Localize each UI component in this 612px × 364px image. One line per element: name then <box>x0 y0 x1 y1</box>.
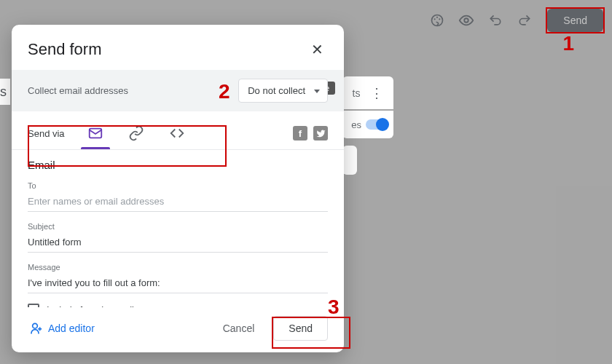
bg-left-fragment: s <box>0 79 10 105</box>
close-icon[interactable]: ✕ <box>307 38 328 61</box>
send-via-row: Send via f <box>12 111 344 150</box>
bg-panel-top: ts ⋮ <box>342 76 393 109</box>
tab-link[interactable] <box>119 117 154 149</box>
send-via-label: Send via <box>28 128 65 139</box>
toggle-switch[interactable] <box>366 119 388 130</box>
bg-tab-fragment: ts <box>353 87 361 99</box>
svg-point-4 <box>465 18 469 23</box>
cancel-button[interactable]: Cancel <box>216 317 262 340</box>
bg-es-fragment: es <box>351 119 361 130</box>
modal-footer: Add editor Cancel Send <box>12 307 344 352</box>
kebab-icon[interactable]: ⋮ <box>370 85 383 101</box>
palette-icon[interactable] <box>429 12 445 28</box>
social-share: f <box>293 126 328 141</box>
send-form-modal: Send form ✕ Close Collect email addresse… <box>12 25 344 352</box>
annotation-box-1: Send <box>546 7 605 33</box>
bg-panel-blank <box>342 146 357 175</box>
modal-title: Send form <box>28 40 102 59</box>
facebook-icon[interactable]: f <box>293 126 307 141</box>
preview-eye-icon[interactable] <box>458 12 474 28</box>
redo-icon[interactable] <box>517 12 533 28</box>
undo-icon[interactable] <box>487 12 503 28</box>
svg-point-6 <box>33 323 38 328</box>
annotation-2: 2 <box>219 80 230 103</box>
annotation-3: 3 <box>328 296 340 319</box>
email-section: Email To Subject Message Include form in… <box>12 150 344 307</box>
bg-panel-toggle: es <box>342 111 393 138</box>
tab-embed[interactable] <box>160 117 195 149</box>
annotation-1: 1 <box>562 32 574 55</box>
subject-input[interactable] <box>28 234 328 253</box>
subject-label: Subject <box>28 222 328 231</box>
message-field: Message <box>28 263 328 293</box>
collect-email-row: Collect email addresses Do not collect <box>12 70 344 111</box>
message-input[interactable] <box>28 274 328 293</box>
send-button[interactable]: Send <box>273 316 328 341</box>
to-label: To <box>28 181 328 190</box>
add-editor-button[interactable]: Add editor <box>28 321 95 336</box>
svg-point-1 <box>434 18 436 20</box>
add-person-icon <box>28 321 42 336</box>
twitter-icon[interactable] <box>313 126 328 141</box>
svg-point-2 <box>436 17 438 18</box>
svg-point-3 <box>439 18 441 20</box>
header-right: Send <box>429 7 605 33</box>
svg-point-0 <box>432 15 443 26</box>
collect-email-select[interactable]: Do not collect <box>238 79 328 103</box>
email-heading: Email <box>28 159 328 171</box>
to-field: To <box>28 181 328 212</box>
message-label: Message <box>28 263 328 272</box>
collect-email-label: Collect email addresses <box>28 85 128 96</box>
subject-field: Subject <box>28 222 328 253</box>
modal-header: Send form ✕ <box>12 25 344 70</box>
tab-email[interactable] <box>78 117 113 149</box>
header-send-button[interactable]: Send <box>547 9 603 32</box>
add-editor-label: Add editor <box>48 323 95 334</box>
to-input[interactable] <box>28 193 328 212</box>
